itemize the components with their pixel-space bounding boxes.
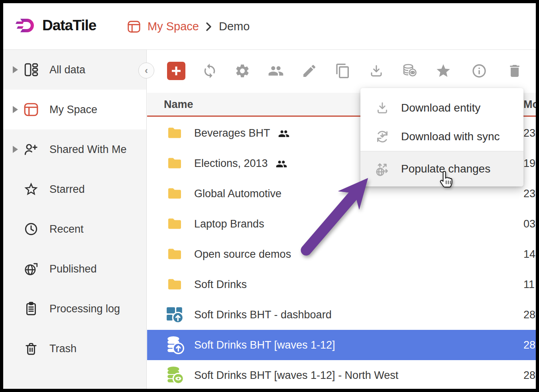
app-header: DataTile My Space Demo	[3, 3, 536, 50]
folder-icon	[167, 188, 182, 200]
info-button[interactable]	[471, 63, 487, 79]
add-button[interactable]	[167, 62, 185, 80]
sidebar-item-label: Shared With Me	[49, 143, 127, 156]
datatile-logo[interactable]: DataTile	[15, 16, 96, 35]
main-panel: Name Mo Beverages BHT 23 Elections, 2013	[147, 50, 536, 389]
my-space-icon	[23, 102, 39, 118]
download-button[interactable]	[368, 63, 384, 79]
view-data-button[interactable]	[402, 63, 418, 79]
row-name: Soft Drinks BHT [waves 1-12]	[194, 339, 335, 351]
folder-icon	[167, 218, 182, 230]
settings-button[interactable]	[234, 63, 250, 79]
row-name: Elections, 2013	[194, 157, 268, 170]
database-upload-icon	[165, 335, 185, 355]
download-sync-icon	[374, 128, 391, 145]
column-header-modified[interactable]: Mo	[523, 98, 536, 111]
row-name: Beverages BHT	[194, 127, 270, 139]
dashboard-upload-icon	[165, 305, 185, 324]
context-menu: Download entity Download with sync	[360, 88, 523, 186]
row-name: Laptop Brands	[194, 218, 264, 230]
sidebar-item-trash[interactable]: Trash	[3, 329, 146, 368]
sidebar-item-processing-log[interactable]: Processing log	[3, 289, 146, 329]
download-icon	[374, 100, 391, 116]
sidebar-item-published[interactable]: Published	[3, 249, 146, 289]
row-name: Open source demos	[194, 248, 291, 261]
sidebar-item-shared-with-me[interactable]: Shared With Me	[3, 129, 146, 169]
app-window: DataTile My Space Demo	[3, 3, 536, 389]
table-row[interactable]: Laptop Brands 03	[147, 209, 536, 239]
row-modified: 14	[523, 248, 536, 261]
table-row-selected[interactable]: Soft Drinks BHT [waves 1-12] 28	[147, 330, 536, 360]
row-modified: 28	[523, 369, 536, 382]
copy-button[interactable]	[335, 63, 351, 79]
expand-caret-icon[interactable]	[13, 66, 18, 73]
row-name: Soft Drinks BHT - dashboard	[194, 309, 332, 321]
shared-users-icon	[277, 128, 290, 138]
row-modified: 11	[523, 278, 536, 291]
database-view-icon	[165, 365, 185, 385]
row-modified: 28	[523, 339, 536, 351]
row-name: Soft Drinks	[194, 278, 247, 291]
table-row[interactable]: Soft Drinks BHT - dashboard 28	[147, 300, 536, 330]
sidebar-collapse-button[interactable]: ‹	[138, 63, 154, 78]
row-modified: 03	[523, 218, 536, 230]
breadcrumb-current: Demo	[219, 20, 250, 33]
folder-icon	[167, 127, 182, 139]
breadcrumb-root[interactable]: My Space	[148, 20, 199, 33]
menu-item-download-with-sync[interactable]: Download with sync	[360, 122, 523, 151]
person-add-icon	[23, 141, 39, 157]
clipboard-icon	[23, 301, 39, 317]
shared-users-icon	[275, 159, 288, 168]
row-name: Soft Drinks BHT [waves 1-12] - North Wes…	[194, 369, 398, 382]
logo-text: DataTile	[42, 17, 96, 34]
delete-button[interactable]	[507, 63, 523, 79]
star-button[interactable]	[435, 63, 451, 79]
folder-icon	[167, 278, 182, 291]
star-outline-icon	[23, 181, 39, 197]
globe-arrow-icon	[23, 261, 39, 277]
table-row[interactable]: Open source demos 14	[147, 239, 536, 269]
sidebar-item-label: All data	[49, 64, 85, 76]
sidebar-item-label: Processing log	[49, 303, 120, 315]
expand-caret-icon[interactable]	[13, 146, 18, 153]
datatile-logo-icon	[15, 16, 37, 35]
table-row[interactable]: Soft Drinks BHT [waves 1-12] - North Wes…	[147, 360, 536, 389]
sidebar-item-label: Published	[49, 263, 97, 275]
table-row[interactable]: Soft Drinks 11	[147, 269, 536, 300]
column-header-name[interactable]: Name	[164, 98, 193, 111]
trash-outline-icon	[23, 341, 39, 357]
sidebar: All data My Space Shared With Me	[3, 50, 147, 389]
clock-icon	[23, 221, 39, 237]
row-modified: 28	[523, 309, 536, 321]
sidebar-item-label: Recent	[49, 223, 84, 235]
edit-button[interactable]	[301, 63, 317, 79]
share-users-button[interactable]	[268, 63, 284, 79]
sidebar-item-my-space[interactable]: My Space	[3, 90, 146, 129]
menu-item-populate-changes[interactable]: Populate changes	[360, 151, 523, 186]
menu-item-label: Download with sync	[401, 130, 500, 143]
plus-icon	[170, 65, 182, 77]
sidebar-item-label: Trash	[49, 343, 77, 355]
row-modified: 23	[523, 188, 536, 200]
row-modified: 19	[523, 157, 536, 170]
sidebar-item-label: Starred	[49, 183, 85, 196]
sidebar-item-all-data[interactable]: All data	[3, 50, 146, 90]
sidebar-item-recent[interactable]: Recent	[3, 209, 146, 249]
expand-caret-icon[interactable]	[13, 106, 18, 113]
breadcrumb: My Space Demo	[127, 3, 250, 50]
my-space-icon	[127, 20, 141, 34]
sync-button[interactable]	[202, 63, 218, 79]
row-modified: 23	[523, 127, 536, 139]
menu-item-download-entity[interactable]: Download entity	[360, 94, 523, 122]
populate-changes-icon	[374, 161, 391, 177]
all-data-icon	[23, 62, 39, 78]
row-name: Global Automotive	[194, 188, 281, 200]
sidebar-item-label: My Space	[49, 104, 97, 116]
breadcrumb-chevron-icon	[205, 22, 212, 32]
folder-icon	[167, 248, 182, 261]
menu-item-label: Populate changes	[401, 163, 490, 175]
folder-icon	[167, 157, 182, 170]
sidebar-item-starred[interactable]: Starred	[3, 169, 146, 209]
menu-item-label: Download entity	[401, 102, 480, 114]
